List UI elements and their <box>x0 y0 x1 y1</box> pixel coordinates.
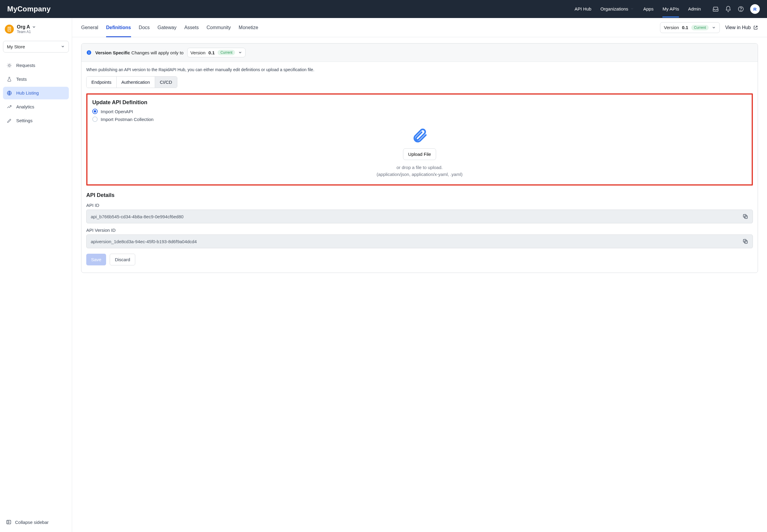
definitions-panel: Version Specific Changes will apply only… <box>81 43 758 273</box>
paperclip-icon <box>411 127 428 144</box>
globe-icon <box>7 90 12 96</box>
help-icon[interactable] <box>738 6 744 12</box>
svg-point-3 <box>8 65 10 66</box>
nav-apps[interactable]: Apps <box>643 6 653 12</box>
banner-version-select[interactable]: Version 0.1 Current <box>187 48 246 57</box>
radio-icon <box>92 116 98 122</box>
chevron-down-icon <box>630 7 634 11</box>
upload-dropzone[interactable]: Upload File or drop a file to upload. (a… <box>92 127 747 178</box>
sidebar-nav: Requests Tests Hub Listing Analytics Set… <box>3 59 69 127</box>
nav-api-hub[interactable]: API Hub <box>574 6 592 12</box>
flask-icon <box>7 77 12 82</box>
api-id-value: api_b766b545-cd34-4b8a-8ec9-0e994cf6ed80 <box>91 214 183 219</box>
radio-import-postman[interactable]: Import Postman Collection <box>92 116 747 122</box>
banner-strong: Version Specific <box>95 50 130 55</box>
nav-organizations[interactable]: Organizations <box>601 6 635 12</box>
sidebar: Org A Team A1 My Store Requests Tests Hu… <box>0 18 72 532</box>
org-logo-icon <box>5 25 14 34</box>
collapse-label: Collapse sidebar <box>15 520 49 525</box>
chevron-down-icon <box>61 44 65 49</box>
org-name: Org A <box>17 24 30 30</box>
save-button[interactable]: Save <box>86 254 106 265</box>
radio-import-openapi[interactable]: Import OpenAPI <box>92 109 747 114</box>
discard-button[interactable]: Discard <box>110 254 135 265</box>
sidebar-item-tests[interactable]: Tests <box>3 73 69 86</box>
collapse-icon <box>6 519 11 525</box>
svg-point-1 <box>741 10 741 11</box>
tab-community[interactable]: Community <box>207 18 231 37</box>
sub-header: General Definitions Docs Gateway Assets … <box>72 18 767 37</box>
pencil-icon <box>7 118 12 123</box>
sidebar-item-requests[interactable]: Requests <box>3 59 69 72</box>
chevron-down-icon <box>32 25 36 29</box>
external-link-icon <box>753 25 758 30</box>
api-id-field: api_b766b545-cd34-4b8a-8ec9-0e994cf6ed80 <box>86 210 753 223</box>
update-definition-section: Update API Definition Import OpenAPI Imp… <box>86 93 753 186</box>
store-select[interactable]: My Store <box>3 41 69 53</box>
sidebar-item-label: Settings <box>16 118 32 123</box>
tab-docs[interactable]: Docs <box>139 18 150 37</box>
view-in-hub-link[interactable]: View in Hub <box>725 25 758 30</box>
bell-icon[interactable] <box>725 6 732 12</box>
requests-icon <box>7 63 12 68</box>
copy-icon[interactable] <box>742 213 748 219</box>
nav-organizations-label: Organizations <box>601 6 629 11</box>
sidebar-item-label: Requests <box>16 63 35 68</box>
update-title: Update API Definition <box>92 99 747 106</box>
tab-gateway[interactable]: Gateway <box>157 18 176 37</box>
api-details-title: API Details <box>86 192 753 198</box>
chevron-down-icon <box>238 50 242 55</box>
avatar-initial: R <box>753 7 757 12</box>
api-version-id-field: apiversion_1de8cd3a-94ec-45f0-b193-8d6f9… <box>86 234 753 248</box>
drop-hint-line1: or drop a file to upload. <box>377 164 462 171</box>
definition-subtabs: Endpoints Authentication CI/CD <box>86 76 177 88</box>
svg-point-8 <box>89 51 89 52</box>
org-switcher[interactable]: Org A Team A1 <box>3 21 69 37</box>
version-prefix: Version <box>664 25 679 30</box>
banner-version-badge: Current <box>218 50 235 55</box>
segtab-endpoints[interactable]: Endpoints <box>86 77 117 88</box>
tab-assets[interactable]: Assets <box>184 18 199 37</box>
radio-label: Import Postman Collection <box>101 117 153 122</box>
analytics-icon <box>7 104 12 110</box>
helper-text: When publishing an API version to the Ra… <box>86 67 753 72</box>
banner-version-value: 0.1 <box>209 50 215 55</box>
upload-file-button[interactable]: Upload File <box>403 148 436 160</box>
api-id-label: API ID <box>86 203 753 208</box>
sidebar-item-label: Hub Listing <box>16 90 39 95</box>
sidebar-item-label: Tests <box>16 77 27 82</box>
banner-version-prefix: Version <box>190 50 206 55</box>
tab-definitions[interactable]: Definitions <box>106 18 131 37</box>
inbox-icon[interactable] <box>712 6 719 12</box>
tab-monetize[interactable]: Monetize <box>239 18 258 37</box>
radio-label: Import OpenAPI <box>101 109 133 114</box>
radio-icon <box>92 109 98 114</box>
svg-rect-5 <box>7 520 11 524</box>
store-select-label: My Store <box>7 44 25 49</box>
top-header: MyCompany API Hub Organizations Apps My … <box>0 0 767 18</box>
version-value: 0.1 <box>682 25 688 30</box>
sidebar-item-hub-listing[interactable]: Hub Listing <box>3 87 69 99</box>
sidebar-item-analytics[interactable]: Analytics <box>3 101 69 113</box>
form-actions: Save Discard <box>86 254 753 265</box>
view-in-hub-label: View in Hub <box>725 25 751 30</box>
nav-my-apis[interactable]: My APIs <box>663 6 679 12</box>
segtab-authentication[interactable]: Authentication <box>117 77 155 88</box>
tab-general[interactable]: General <box>81 18 98 37</box>
brand-logo: MyCompany <box>7 5 51 13</box>
top-icons: R <box>712 4 760 14</box>
nav-admin[interactable]: Admin <box>688 6 701 12</box>
svg-rect-7 <box>89 52 89 54</box>
version-badge: Current <box>691 25 709 30</box>
segtab-cicd[interactable]: CI/CD <box>155 77 177 88</box>
top-nav: API Hub Organizations Apps My APIs Admin… <box>574 4 760 14</box>
collapse-sidebar[interactable]: Collapse sidebar <box>3 516 69 528</box>
chevron-down-icon <box>712 26 716 30</box>
version-selector[interactable]: Version 0.1 Current <box>660 22 720 33</box>
avatar[interactable]: R <box>750 4 760 14</box>
banner-rest: Changes will apply only to <box>131 50 183 55</box>
copy-icon[interactable] <box>742 238 748 244</box>
version-banner: Version Specific Changes will apply only… <box>81 44 758 62</box>
sidebar-item-settings[interactable]: Settings <box>3 114 69 127</box>
api-version-id-value: apiversion_1de8cd3a-94ec-45f0-b193-8d6f9… <box>91 239 197 244</box>
